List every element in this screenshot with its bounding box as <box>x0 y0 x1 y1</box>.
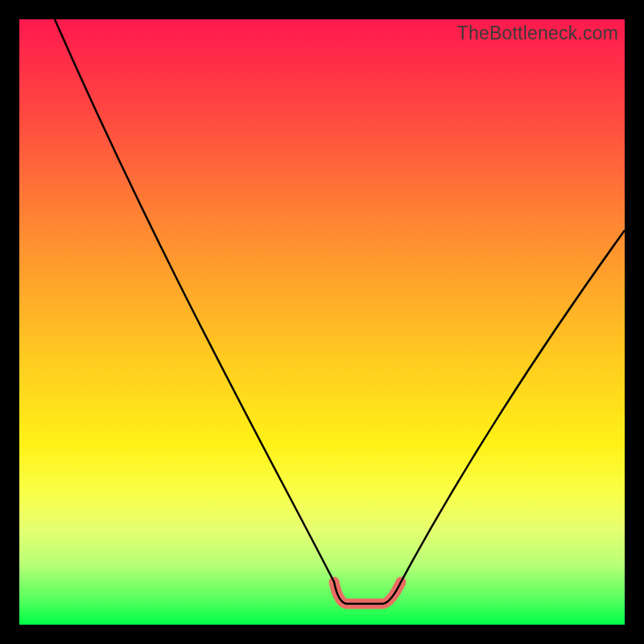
plot-area: TheBottleneck.com <box>19 19 625 625</box>
trough-highlight <box>334 582 401 604</box>
bottleneck-curve <box>19 19 625 625</box>
main-curve <box>55 19 625 604</box>
chart-frame: TheBottleneck.com <box>0 0 644 644</box>
